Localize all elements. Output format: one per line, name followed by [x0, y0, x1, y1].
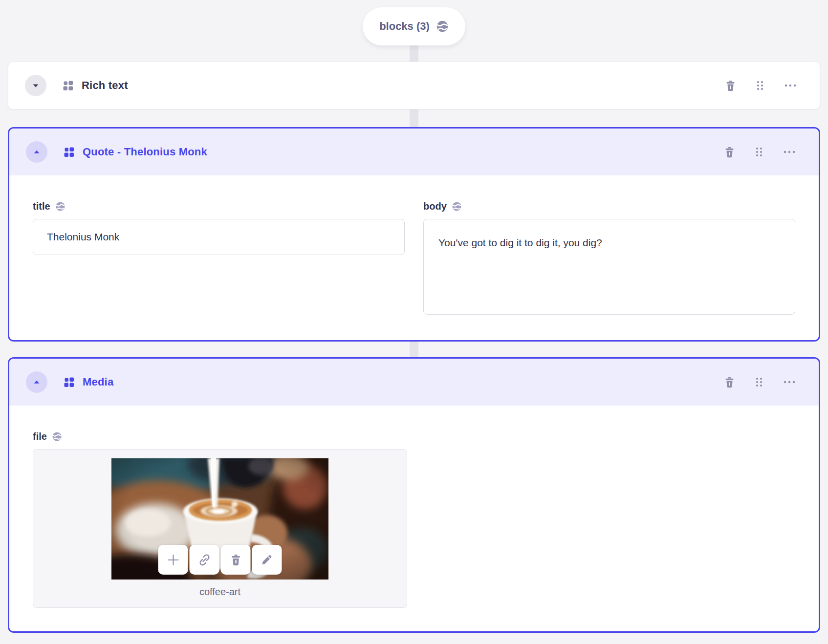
field-label: file	[33, 431, 47, 442]
link-asset-button[interactable]	[190, 545, 219, 575]
collapse-block-button[interactable]	[26, 141, 47, 163]
blocks-count-label: blocks (3)	[379, 20, 430, 33]
chevron-up-icon	[32, 147, 42, 157]
field-file: file	[33, 431, 795, 608]
chevron-up-icon	[32, 377, 42, 387]
file-thumbnail[interactable]	[111, 458, 328, 580]
field-body: body You've got to dig it to dig it, you…	[423, 201, 795, 317]
delete-block-button[interactable]	[723, 376, 736, 388]
link-icon	[197, 553, 211, 567]
field-label: body	[423, 201, 447, 212]
localization-globe-icon	[452, 201, 462, 212]
thumbnail-action-bar	[158, 545, 282, 575]
drag-handle-icon[interactable]	[754, 376, 764, 388]
collapse-block-button[interactable]	[26, 371, 47, 393]
field-label: title	[33, 201, 50, 212]
file-name-caption: coffee-art	[199, 586, 240, 598]
block-title: Quote - Thelonius Monk	[83, 146, 207, 158]
globe-icon	[436, 20, 449, 33]
drag-handle-icon[interactable]	[755, 80, 765, 91]
field-title: title	[33, 201, 405, 317]
block-rich-text: Rich text	[8, 62, 820, 109]
body-textarea[interactable]: You've got to dig it to dig it, you dig?	[423, 219, 795, 315]
more-options-button[interactable]	[784, 80, 797, 91]
localization-globe-icon	[55, 201, 65, 212]
block-media: Media file	[8, 357, 820, 633]
edit-icon	[261, 553, 274, 566]
block-header: Media	[9, 359, 819, 406]
block-title: Rich text	[82, 79, 128, 92]
add-asset-button[interactable]	[158, 545, 188, 575]
file-preview-box: coffee-art	[33, 449, 407, 608]
block-header: Quote - Thelonius Monk	[9, 129, 819, 175]
drag-handle-icon[interactable]	[754, 146, 764, 158]
delete-block-button[interactable]	[724, 80, 737, 92]
more-options-button[interactable]	[783, 146, 796, 158]
expand-block-button[interactable]	[25, 75, 46, 96]
delete-block-button[interactable]	[723, 146, 736, 158]
add-icon	[166, 553, 180, 567]
block-type-grid-icon	[63, 376, 75, 388]
title-input[interactable]	[33, 219, 405, 255]
chevron-down-icon	[31, 81, 41, 90]
delete-asset-button[interactable]	[221, 545, 251, 575]
block-title: Media	[83, 376, 113, 388]
localization-globe-icon	[52, 431, 62, 442]
trash-icon	[229, 554, 242, 566]
block-quote: Quote - Thelonius Monk title	[8, 127, 820, 342]
block-type-grid-icon	[63, 146, 75, 158]
blocks-count-pill[interactable]: blocks (3)	[363, 7, 465, 45]
edit-asset-button[interactable]	[252, 545, 282, 575]
block-type-grid-icon	[62, 80, 74, 91]
more-options-button[interactable]	[783, 376, 796, 388]
